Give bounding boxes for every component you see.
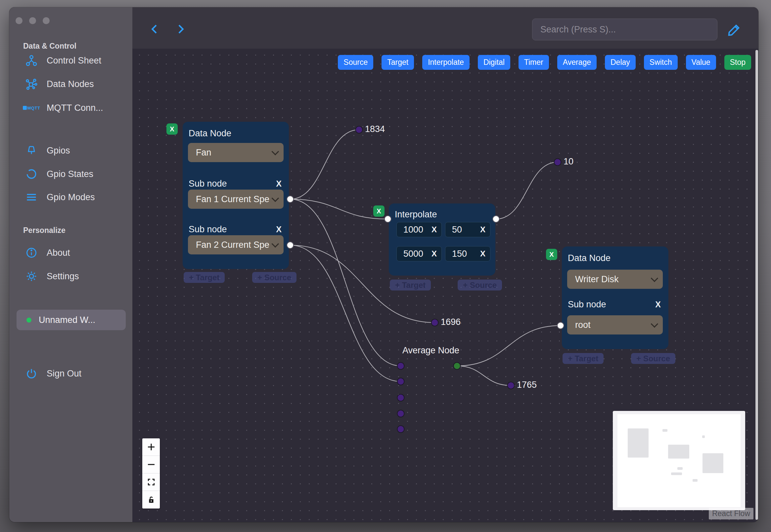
remove-sub-node-button[interactable]: X <box>275 179 283 189</box>
fan-sub2-select[interactable]: Fan 2 Current Spe <box>188 235 284 254</box>
chevron-down-icon <box>272 195 279 202</box>
edge-value-10: 10 <box>564 156 573 167</box>
react-flow-attribution[interactable]: React Flow <box>709 508 753 519</box>
clear-input-button[interactable]: X <box>431 225 437 234</box>
zoom-in-button[interactable] <box>142 438 160 456</box>
edge-fan2-to-average[interactable] <box>290 245 401 381</box>
average-node-label: Average Node <box>402 345 459 356</box>
interpolate-target-handle[interactable] <box>384 215 391 223</box>
topbar <box>132 7 758 49</box>
average-target-handle-2[interactable] <box>397 378 404 385</box>
minimize-window-icon[interactable] <box>29 17 36 24</box>
forward-button[interactable] <box>172 21 189 38</box>
value-handle-1834[interactable] <box>356 126 363 133</box>
minimap-node-10 <box>702 435 705 438</box>
fan-add-target-button[interactable]: + Target <box>184 272 225 283</box>
gpio-modes-icon <box>25 191 38 204</box>
palette-source-button[interactable]: Source <box>338 55 373 70</box>
edge-average-to-1765[interactable] <box>457 366 511 385</box>
lock-button[interactable] <box>142 491 160 509</box>
clear-input-button[interactable]: X <box>480 225 485 234</box>
sidebar-section-personalize: Personalize <box>23 226 66 235</box>
zoom-out-button[interactable] <box>142 456 160 473</box>
palette-target-button[interactable]: Target <box>382 55 414 70</box>
edge-fan1-to-1834[interactable] <box>290 130 359 199</box>
edit-button[interactable] <box>726 22 742 38</box>
interpolate-node[interactable]: Interpolate 1000 X 50 X 5000 X 150 X <box>389 203 495 276</box>
fan-data-node[interactable]: Data Node Fan Sub node X Fan 1 Current S… <box>183 122 289 269</box>
palette-delay-button[interactable]: Delay <box>605 55 636 70</box>
palette-value-button[interactable]: Value <box>686 55 716 70</box>
palette-timer-button[interactable]: Timer <box>519 55 549 70</box>
palette-switch-button[interactable]: Switch <box>644 55 678 70</box>
writer-data-node[interactable]: Data Node Writer Disk Sub node X root <box>562 246 668 349</box>
sidebar-item-sign-out[interactable]: Sign Out <box>25 367 81 380</box>
sidebar-item-gpios[interactable]: Gpios <box>25 144 70 157</box>
flow-canvas[interactable]: Source Target Interpolate Digital Timer … <box>132 49 758 522</box>
sidebar-item-about[interactable]: About <box>25 246 70 259</box>
fan-sub1-select[interactable]: Fan 1 Current Spe <box>188 190 284 209</box>
chevron-left-icon <box>148 22 161 36</box>
fan-type-select[interactable]: Fan <box>188 143 284 162</box>
writer-type-select[interactable]: Writer Disk <box>567 270 663 289</box>
interpolate-input-y1[interactable]: 50 X <box>445 222 490 237</box>
palette-digital-button[interactable]: Digital <box>478 55 510 70</box>
palette-interpolate-button[interactable]: Interpolate <box>422 55 470 70</box>
search-box <box>532 19 717 40</box>
value-handle-10[interactable] <box>554 159 561 166</box>
fan-type-value: Fan <box>196 148 272 158</box>
sidebar-item-data-nodes[interactable]: Data Nodes <box>25 77 94 91</box>
average-target-handle-4[interactable] <box>397 410 404 417</box>
value-handle-1696[interactable] <box>431 319 438 326</box>
edge-interpolate-to-10[interactable] <box>496 162 558 219</box>
interpolate-input-x2[interactable]: 5000 X <box>396 246 442 261</box>
palette-stop-button[interactable]: Stop <box>724 55 751 70</box>
average-target-handle-3[interactable] <box>397 394 404 401</box>
search-input[interactable] <box>540 24 709 35</box>
sidebar-item-gpio-states[interactable]: Gpio States <box>25 167 93 181</box>
minimap[interactable] <box>613 411 745 510</box>
interpolate-add-target-button[interactable]: + Target <box>390 280 431 290</box>
sidebar-item-workspace[interactable]: Unnamed W... <box>17 310 126 330</box>
remove-sub-node-button[interactable]: X <box>654 300 662 309</box>
mqtt-icon: MQTT <box>25 101 38 114</box>
minimap-node-average <box>671 472 682 475</box>
main-area: Source Target Interpolate Digital Timer … <box>132 7 758 522</box>
writer-add-target-button[interactable]: + Target <box>563 353 604 364</box>
sidebar-item-settings[interactable]: Settings <box>25 270 79 283</box>
interpolate-source-handle[interactable] <box>492 215 500 223</box>
clear-input-button[interactable]: X <box>480 249 485 258</box>
sidebar-item-mqtt[interactable]: MQTT MQTT Conn... <box>25 101 103 114</box>
interpolate-input-x1[interactable]: 1000 X <box>396 222 442 237</box>
interpolate-add-source-button[interactable]: + Source <box>458 280 502 290</box>
close-window-icon[interactable] <box>16 17 23 24</box>
average-target-handle-5[interactable] <box>397 426 404 433</box>
writer-node-delete-button[interactable]: X <box>546 249 557 260</box>
fan-node-delete-button[interactable]: X <box>166 123 178 135</box>
fan-sub1-source-handle[interactable] <box>287 196 294 203</box>
value-handle-1765[interactable] <box>508 382 515 389</box>
lock-icon <box>147 496 156 504</box>
interpolate-input-y2[interactable]: 150 X <box>445 246 490 261</box>
fit-view-button[interactable] <box>142 473 160 491</box>
clear-input-button[interactable]: X <box>431 249 437 258</box>
writer-sub-select[interactable]: root <box>567 315 663 334</box>
sidebar-item-gpio-modes[interactable]: Gpio Modes <box>25 191 95 204</box>
writer-add-source-button[interactable]: + Source <box>631 353 675 364</box>
palette-average-button[interactable]: Average <box>557 55 597 70</box>
fan-add-source-button[interactable]: + Source <box>252 272 296 283</box>
fan-sub2-source-handle[interactable] <box>287 242 294 249</box>
edge-value-1696: 1696 <box>441 317 461 327</box>
average-target-handle-1[interactable] <box>397 363 404 370</box>
remove-sub-node-button[interactable]: X <box>275 225 283 234</box>
edge-fan1-to-average[interactable] <box>290 199 401 366</box>
writer-sub-target-handle[interactable] <box>557 322 564 329</box>
window-traffic-lights[interactable] <box>16 17 50 24</box>
back-button[interactable] <box>146 21 163 38</box>
edge-average-to-writer[interactable] <box>457 326 561 366</box>
interpolate-node-delete-button[interactable]: X <box>373 205 385 217</box>
sidebar-item-control-sheet[interactable]: Control Sheet <box>25 54 101 67</box>
vertical-scrollbar[interactable] <box>755 50 758 520</box>
maximize-window-icon[interactable] <box>43 17 50 24</box>
average-source-handle[interactable] <box>454 363 461 370</box>
